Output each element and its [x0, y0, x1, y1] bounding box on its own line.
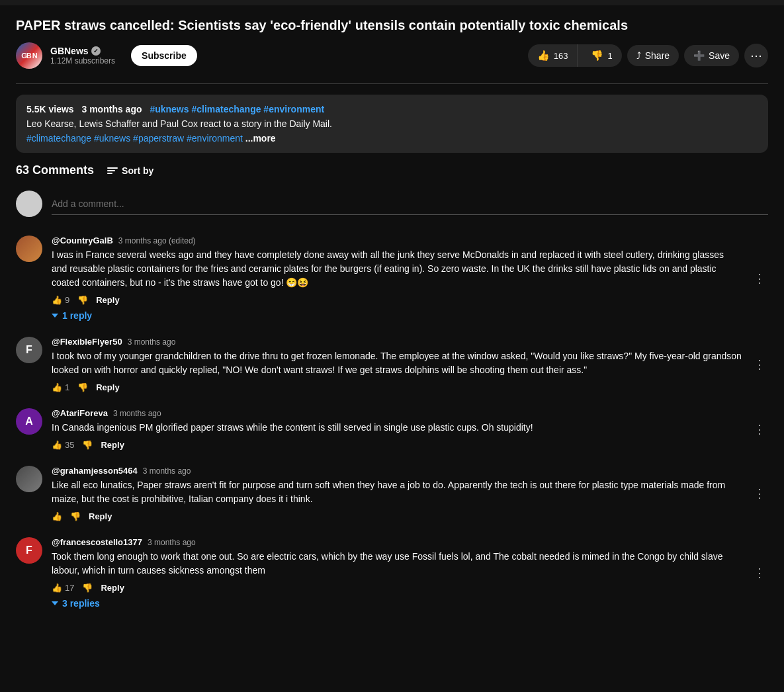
add-comment-input[interactable]: [52, 193, 768, 215]
comment-more-button[interactable]: ⋮: [751, 408, 768, 450]
channel-avatar-inner: GB N: [16, 42, 42, 69]
comment-text: In Canada ingenious PM glorified paper s…: [52, 421, 742, 435]
replies-toggle[interactable]: 3 replies: [52, 598, 100, 609]
like-icon: 👍: [52, 511, 62, 521]
like-dislike-group: 👍 163 👎 1: [528, 44, 622, 67]
upload-time: 3 months ago: [82, 104, 142, 114]
sort-icon: [107, 167, 118, 174]
comment-like-button[interactable]: 👍 35: [52, 440, 74, 450]
comment-item: @grahamjesson5464 3 months ago Like all …: [16, 466, 768, 521]
commenter-avatar: [16, 466, 42, 492]
commenter-avatar: F: [16, 337, 42, 363]
comment-item: @CountryGalB 3 months ago (edited) I was…: [16, 236, 768, 321]
comment-time: 3 months ago: [148, 538, 196, 547]
commenter-name: @grahamjesson5464: [52, 466, 138, 476]
comment-text: I was in France several weeks ago and th…: [52, 248, 742, 290]
comment-dislike-button[interactable]: 👎: [77, 295, 88, 305]
commenter-avatar: F: [16, 537, 42, 564]
comment-actions: 👍 👎 Reply: [52, 511, 742, 521]
description-text: Leo Kearse, Lewis Schaffer and Paul Cox …: [26, 118, 758, 129]
commenter-name: @AtariForeva: [52, 408, 108, 418]
comment-actions: 👍 17 👎 Reply: [52, 583, 742, 593]
comment-header: @CountryGalB 3 months ago (edited): [52, 236, 742, 245]
like-icon: 👍: [52, 440, 62, 450]
comment-reply-button[interactable]: Reply: [96, 382, 119, 392]
comment-header: @francescostello1377 3 months ago: [52, 537, 742, 547]
dislike-icon: 👎: [77, 382, 88, 392]
comment-header: @grahamjesson5464 3 months ago: [52, 466, 742, 476]
comment-reply-button[interactable]: Reply: [96, 295, 119, 305]
dislike-icon: 👎: [82, 440, 93, 450]
comment-body: @grahamjesson5464 3 months ago Like all …: [52, 466, 742, 521]
description-box: 5.5K views 3 months ago #uknews #climate…: [16, 95, 768, 153]
comment-more-button[interactable]: ⋮: [751, 337, 768, 392]
comment-dislike-button[interactable]: 👎: [70, 511, 81, 521]
description-tags: #climatechange #uknews #paperstraw #envi…: [26, 133, 758, 144]
channel-avatar: GB N: [16, 42, 42, 69]
comment-reply-button[interactable]: Reply: [89, 511, 112, 521]
channel-left: GB N GBNews ✓ 1.12M subscribers Subscrib…: [16, 42, 197, 69]
comment-like-button[interactable]: 👍 9: [52, 295, 69, 305]
commenter-name: @francescostello1377: [52, 537, 142, 547]
comment-more-button[interactable]: ⋮: [751, 537, 768, 609]
verified-icon: ✓: [91, 46, 101, 56]
description-meta: 5.5K views 3 months ago #uknews #climate…: [26, 104, 758, 114]
comment-item: A @AtariForeva 3 months ago In Canada in…: [16, 408, 768, 450]
sort-by-button[interactable]: Sort by: [107, 165, 153, 176]
comments-section: 63 Comments Sort by @CountryGalB 3 month…: [0, 163, 784, 609]
replies-label: 3 replies: [62, 598, 100, 609]
add-comment-row: [16, 191, 768, 217]
avatar-image: [16, 236, 42, 262]
comment-actions: 👍 9 👎 Reply: [52, 295, 742, 305]
chevron-down-icon: [52, 601, 58, 605]
like-button[interactable]: 👍 163: [528, 44, 578, 67]
sort-by-label: Sort by: [122, 165, 153, 176]
comment-dislike-button[interactable]: 👎: [82, 583, 93, 593]
current-user-avatar: [16, 191, 42, 217]
replies-toggle[interactable]: 1 reply: [52, 310, 92, 321]
thumbs-up-icon: 👍: [537, 50, 550, 62]
commenter-avatar: A: [16, 408, 42, 435]
comment-header: @AtariForeva 3 months ago: [52, 408, 742, 418]
replies-label: 1 reply: [62, 310, 92, 321]
comment-dislike-button[interactable]: 👎: [77, 382, 88, 392]
channel-name: GBNews ✓: [50, 46, 115, 56]
comment-text: I took two of my younger grandchildren t…: [52, 349, 742, 377]
bottom-hashtags: #climatechange #uknews #paperstraw #envi…: [26, 133, 243, 144]
like-icon: 👍: [52, 583, 62, 593]
comment-like-count: 17: [65, 583, 74, 593]
comment-body: @AtariForeva 3 months ago In Canada inge…: [52, 408, 742, 450]
avatar-image: [16, 466, 42, 492]
like-icon: 👍: [52, 295, 62, 305]
comment-actions: 👍 1 👎 Reply: [52, 382, 742, 392]
like-count: 163: [554, 51, 568, 61]
comment-like-button[interactable]: 👍 1: [52, 382, 69, 392]
save-icon: ➕: [693, 50, 705, 61]
thumbs-down-icon: 👎: [591, 50, 603, 62]
more-link[interactable]: ...more: [245, 133, 276, 144]
comment-time: 3 months ago: [143, 466, 191, 476]
more-options-button[interactable]: ⋯: [744, 44, 768, 67]
subscribe-button[interactable]: Subscribe: [131, 45, 197, 66]
dislike-button[interactable]: 👎 1: [582, 44, 621, 67]
comments-header: 63 Comments Sort by: [16, 163, 768, 177]
comment-time: 3 months ago: [113, 409, 161, 418]
comment-like-button[interactable]: 👍 17: [52, 583, 74, 593]
comment-item: F @francescostello1377 3 months ago Took…: [16, 537, 768, 609]
dislike-icon: 👎: [70, 511, 81, 521]
share-button[interactable]: ⤴ Share: [627, 45, 679, 66]
comment-dislike-button[interactable]: 👎: [82, 440, 93, 450]
comment-reply-button[interactable]: Reply: [101, 440, 124, 450]
comment-body: @francescostello1377 3 months ago Took t…: [52, 537, 742, 609]
commenter-name: @CountryGalB: [52, 236, 113, 245]
comment-text: Took them long enough to work that one o…: [52, 550, 742, 578]
comment-like-count: 9: [65, 295, 69, 305]
comment-like-count: 1: [65, 382, 69, 392]
chevron-down-icon: [52, 314, 58, 318]
comment-more-button[interactable]: ⋮: [751, 466, 768, 521]
comment-reply-button[interactable]: Reply: [101, 583, 124, 593]
save-button[interactable]: ➕ Save: [684, 45, 739, 66]
comments-count: 63 Comments: [16, 163, 94, 177]
comment-more-button[interactable]: ⋮: [751, 236, 768, 321]
comment-like-button[interactable]: 👍: [52, 511, 62, 521]
